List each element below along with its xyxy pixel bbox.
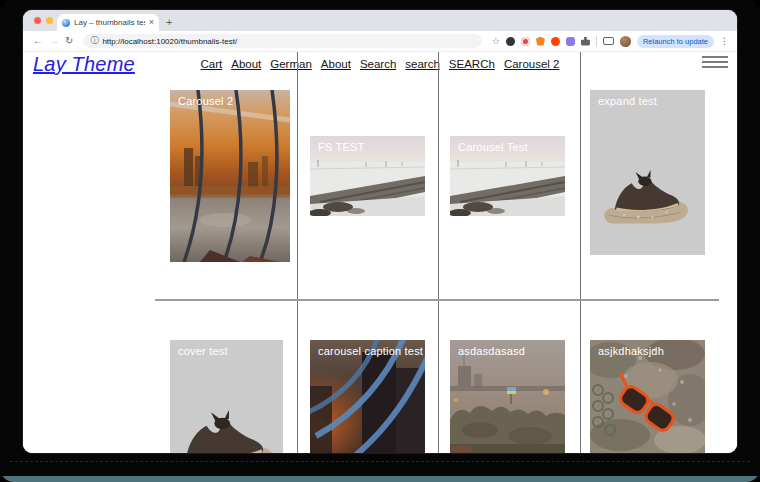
minimize-window-button[interactable] [46,17,53,24]
tab-title: Lay – thumbnails test [74,18,145,27]
thumbnail-fs-test[interactable]: FS TEST [310,136,425,216]
bookmark-star-icon[interactable]: ☆ [492,37,500,46]
reload-icon[interactable]: ↻ [65,36,73,46]
thumbnail-carousel-caption-test[interactable]: carousel caption test [310,340,425,453]
extension-icon[interactable] [566,37,575,46]
browser-toolbar: ← → ↻ ⓘ http://localhost:10020/thumbnail… [23,31,737,52]
frame-shadow-line [10,461,750,462]
tab-bar: Lay – thumbnails test × + [23,10,737,31]
sunset-city-image [170,90,290,262]
screenshot-frame: Lay – thumbnails test × + ← → ↻ ⓘ http:/… [0,0,760,482]
thumbnail-caption: FS TEST [318,141,364,153]
back-icon[interactable]: ← [33,36,43,46]
extension-icon[interactable] [506,37,515,46]
nav-link-search[interactable]: Search [360,58,396,70]
new-tab-button[interactable]: + [166,14,172,31]
thumbnail-asjkdhaksjdh[interactable]: asjkdhaksjdh [590,340,705,453]
tab-share-icon[interactable] [603,37,614,45]
grid-line-horizontal [155,299,719,301]
hamburger-menu-icon[interactable] [702,56,728,68]
metamask-extension-icon[interactable] [536,37,545,46]
thumbnail-cover-test[interactable]: cover test [170,340,283,453]
toolbar-divider [596,36,597,47]
extension-icon[interactable] [551,37,560,46]
grid-line-vertical [580,52,581,453]
site-info-icon[interactable]: ⓘ [90,37,98,45]
browser-window: Lay – thumbnails test × + ← → ↻ ⓘ http:/… [23,10,737,453]
relaunch-to-update-button[interactable]: Relaunch to update [637,35,714,48]
browser-tab[interactable]: Lay – thumbnails test × [57,14,159,31]
page-content: Lay Theme Cart About German About Search… [23,52,737,453]
close-window-button[interactable] [34,17,41,24]
thumbnail-caption: Carousel Test [458,141,528,153]
thumbnail-caption: asdasdasasd [458,345,525,357]
grid-line-vertical [438,52,439,453]
nav-link-search-caps[interactable]: SEARCh [449,58,495,70]
thumbnail-caption: expand test [598,95,657,107]
sneaker-image [590,90,705,255]
thumbnail-carousel-test[interactable]: Carousel Test [450,136,565,216]
forward-icon[interactable]: → [49,36,59,46]
thumbnail-caption: Carousel 2 [178,95,233,107]
tab-close-icon[interactable]: × [149,18,154,27]
toolbar-right: ☆ Relaunch to update ⋮ [492,35,729,48]
site-logo[interactable]: Lay Theme [33,53,135,76]
extension-icon[interactable] [521,37,530,46]
browser-menu-icon[interactable]: ⋮ [720,37,729,46]
grid-line-vertical [297,52,298,453]
desktop-edge [0,476,760,482]
nav-link-search-lower[interactable]: search [405,58,440,70]
thumbnail-expand-test[interactable]: expand test [590,90,705,255]
profile-avatar[interactable] [620,36,631,47]
nav-link-german[interactable]: German [270,58,312,70]
nav-link-carousel-2[interactable]: Carousel 2 [504,58,560,70]
tab-favicon-icon [62,19,70,27]
url-text: http://localhost:10020/thumbnails-test/ [102,37,237,46]
nav-link-about[interactable]: About [231,58,261,70]
thumbnail-caption: carousel caption test [318,345,423,357]
nav-link-cart[interactable]: Cart [200,58,222,70]
extensions-puzzle-icon[interactable] [581,37,590,46]
main-navigation: Cart About German About Search search SE… [200,58,559,70]
nav-link-about-2[interactable]: About [321,58,351,70]
address-bar[interactable]: ⓘ http://localhost:10020/thumbnails-test… [83,34,481,48]
thumbnail-caption: cover test [178,345,228,357]
thumbnail-caption: asjkdhaksjdh [598,345,664,357]
thumbnail-carousel-2[interactable]: Carousel 2 [170,90,290,262]
thumbnail-asdasdasasd[interactable]: asdasdasasd [450,340,565,453]
